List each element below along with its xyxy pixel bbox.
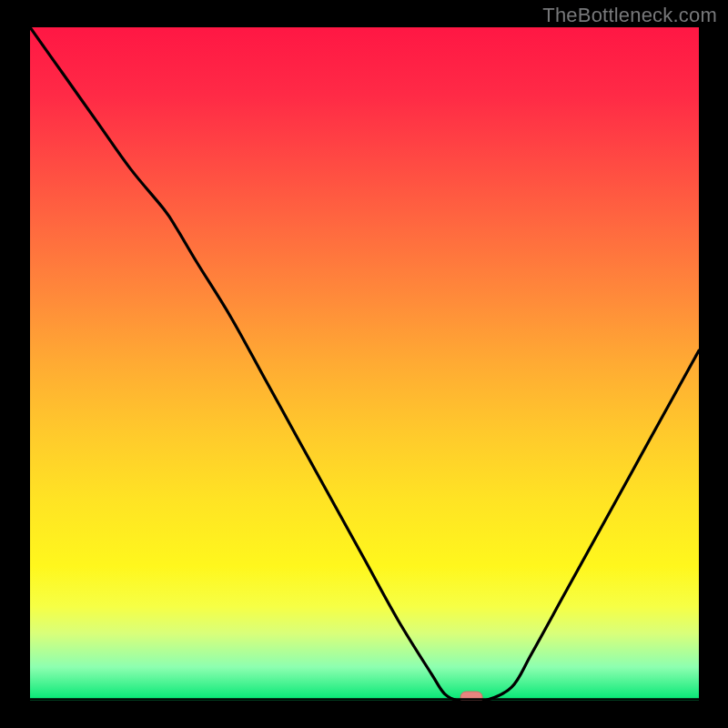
chart-container: { "watermark": "TheBottleneck.com", "col… xyxy=(0,0,728,728)
watermark-label: TheBottleneck.com xyxy=(542,4,717,27)
bottleneck-chart xyxy=(0,0,728,728)
gradient-background xyxy=(30,27,699,701)
